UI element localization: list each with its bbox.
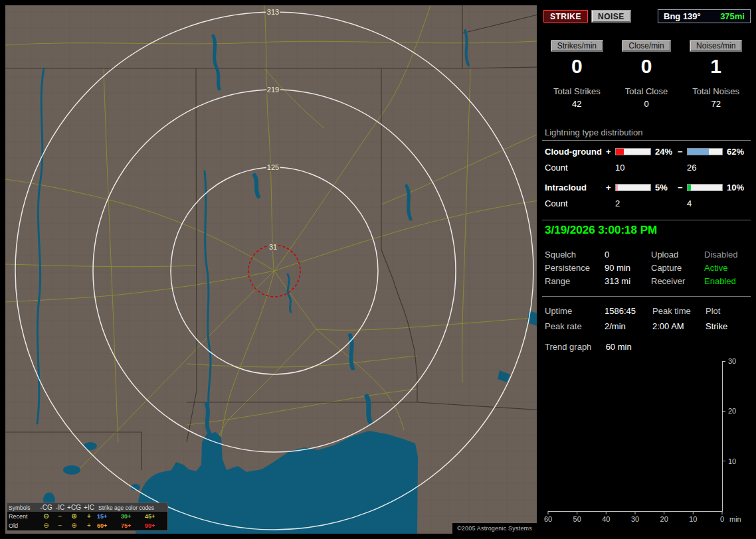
y-tick-label: 30: [728, 357, 736, 365]
intracloud-positive-count: 2: [615, 198, 652, 208]
peak-time-value: 2:00 AM: [652, 319, 706, 334]
cloud-ground-count-row: Count 10 26: [542, 163, 751, 173]
cloud-ground-negative-bar: [687, 148, 723, 155]
intracloud-positive-pct: 5%: [652, 183, 678, 193]
range-ring-label: 125: [267, 163, 279, 171]
trend-window-value: 60 min: [606, 342, 632, 352]
persistence-value: 90 min: [605, 262, 651, 275]
upload-status: Disabled: [704, 248, 751, 262]
session-stats: Uptime 1586:45 Peak time Plot Peak rate …: [545, 303, 751, 334]
lightning-map[interactable]: 313 219 125 31 Symbols -CG -IC +CG +IC S…: [5, 5, 537, 534]
intracloud-negative-bar: [687, 184, 723, 191]
divider: [542, 296, 751, 297]
close-counter: Close/min 0 Total Close 0: [612, 40, 682, 109]
rate-counters: Strikes/min 0 Total Strikes 42 Close/min…: [542, 40, 751, 109]
x-tick-label: 0: [720, 515, 724, 523]
divider: [542, 220, 751, 220]
age-code-90: 90+: [145, 522, 169, 529]
plot-value: Strike: [706, 319, 751, 334]
count-label: Count: [545, 163, 606, 173]
legend-col-neg-cg: -CG: [39, 504, 53, 512]
x-tick-label: 10: [689, 515, 697, 523]
peak-time-label: Peak time: [652, 303, 706, 319]
intracloud-count-row: Count 2 4: [542, 198, 751, 208]
clock-readout: 3/19/2026 3:00:18 PM: [545, 224, 657, 237]
pos-cg-old-icon: ⊕: [67, 522, 81, 530]
cloud-ground-label: Cloud-ground: [545, 147, 606, 157]
intracloud-positive-bar: [615, 184, 651, 191]
noises-per-min-value: 1: [681, 56, 751, 76]
bearing-readout: Bng 139° 375mi: [658, 9, 751, 23]
receiver-status: Enabled: [704, 275, 751, 288]
age-code-30: 30+: [121, 513, 145, 520]
trend-graph: 60 50 40 30 20 10 0 min 30 20 10: [542, 352, 756, 538]
bar-fill: [688, 185, 691, 191]
x-tick-label: 40: [602, 515, 610, 523]
intracloud-negative-count: 4: [687, 198, 724, 208]
x-tick-label: 50: [573, 515, 581, 523]
intracloud-row: Intracloud + 5% − 10%: [542, 183, 751, 193]
close-per-min-value: 0: [612, 56, 682, 76]
uptime-value: 1586:45: [605, 303, 652, 319]
legend-symbols-header: Symbols: [9, 504, 39, 511]
neg-cg-old-icon: ⊖: [39, 522, 53, 530]
cloud-ground-positive-count: 10: [615, 163, 652, 173]
bearing-value: Bng 139°: [664, 11, 701, 21]
strikes-per-min-value: 0: [542, 56, 612, 76]
neg-ic-recent-icon: −: [53, 512, 67, 520]
trend-x-labels: 60 50 40 30 20 10 0 min: [544, 515, 741, 523]
range-ring-label: 219: [267, 86, 279, 94]
x-tick-label: 20: [660, 515, 668, 523]
uptime-label: Uptime: [545, 303, 605, 319]
total-strikes-value: 42: [542, 99, 612, 109]
cloud-ground-row: Cloud-ground + 24% − 62%: [542, 147, 751, 157]
range-ring-label: 313: [267, 8, 279, 16]
mode-button-row: STRIKE NOISE Bng 139° 375mi: [543, 9, 751, 23]
total-close-label: Total Close: [612, 86, 682, 96]
age-code-45: 45+: [145, 513, 169, 520]
legend-age-header: Strike age color codes: [97, 504, 169, 511]
cloud-ground-positive-bar: [615, 148, 651, 155]
range-value: 313 mi: [605, 275, 651, 288]
legend-recent-label: Recent: [9, 513, 39, 520]
pos-ic-old-icon: +: [81, 522, 97, 530]
bar-fill: [616, 149, 624, 155]
strikes-per-min-chip[interactable]: Strikes/min: [551, 40, 603, 52]
strikes-counter: Strikes/min 0 Total Strikes 42: [542, 40, 612, 109]
legend-col-pos-ic: +IC: [81, 504, 97, 512]
strike-mode-button[interactable]: STRIKE: [543, 10, 588, 23]
trend-axes: [548, 361, 725, 514]
noises-per-min-chip[interactable]: Noises/min: [690, 40, 742, 52]
total-noises-value: 72: [681, 99, 751, 109]
upload-label: Upload: [651, 248, 704, 262]
y-tick-label: 20: [728, 407, 736, 415]
cloud-ground-positive-pct: 24%: [652, 147, 678, 157]
age-code-15: 15+: [97, 513, 121, 520]
pos-ic-recent-icon: +: [81, 512, 97, 520]
legend-old-row: Old ⊖ − ⊕ + 60+ 75+ 90+: [7, 521, 167, 530]
capture-label: Capture: [651, 262, 704, 275]
squelch-label: Squelch: [545, 248, 605, 262]
map-canvas: 313 219 125 31: [5, 5, 537, 534]
pos-cg-recent-icon: ⊕: [67, 512, 81, 520]
persistence-label: Persistence: [545, 262, 605, 275]
copyright-notice: ©2005 Astrogenic Systems: [452, 523, 537, 534]
x-tick-label: 30: [631, 515, 639, 523]
peak-rate-label: Peak rate: [545, 319, 605, 334]
count-label: Count: [545, 198, 606, 208]
bar-fill: [616, 185, 618, 191]
squelch-value: 0: [605, 248, 651, 262]
noise-mode-button[interactable]: NOISE: [591, 10, 631, 23]
cloud-ground-negative-pct: 62%: [724, 147, 751, 157]
range-ring-label: 31: [269, 243, 277, 251]
trend-y-labels: 30 20 10: [728, 357, 736, 465]
status-panel: STRIKE NOISE Bng 139° 375mi Strikes/min …: [542, 0, 756, 539]
legend-col-neg-ic: -IC: [53, 504, 67, 512]
peak-rate-value: 2/min: [605, 319, 652, 334]
close-per-min-chip[interactable]: Close/min: [622, 40, 670, 52]
x-tick-label: 60: [544, 515, 552, 523]
lightning-type-distribution: Lightning type distribution Cloud-ground…: [542, 127, 751, 208]
trend-graph-header: Trend graph 60 min: [545, 342, 632, 352]
age-code-60: 60+: [97, 522, 121, 529]
legend-header-row: Symbols -CG -IC +CG +IC Strike age color…: [7, 503, 167, 512]
